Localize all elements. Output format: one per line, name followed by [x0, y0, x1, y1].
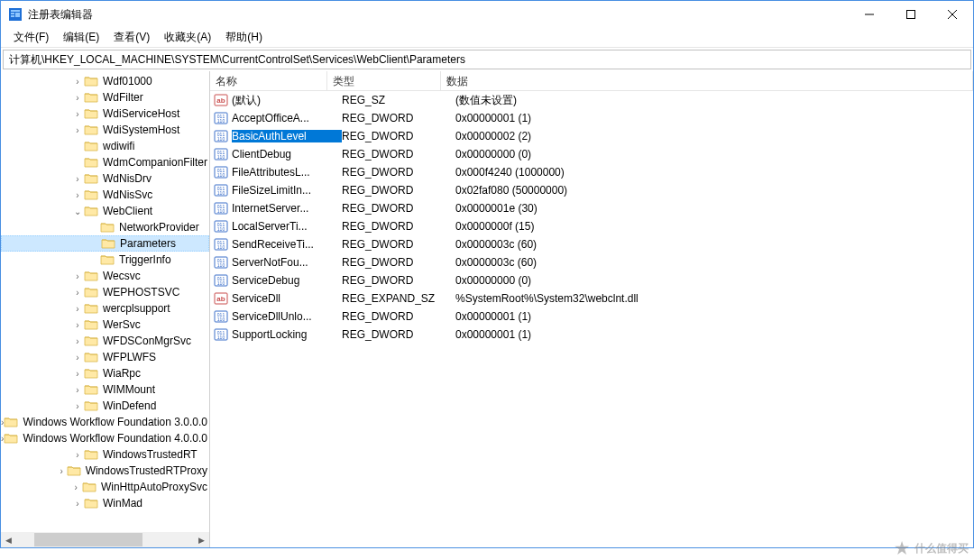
column-type[interactable]: 类型	[327, 71, 441, 90]
folder-icon	[84, 270, 98, 282]
chevron-right-icon[interactable]: ›	[71, 91, 84, 104]
content-area: ›Wdf01000›WdFilter›WdiServiceHost›WdiSys…	[1, 71, 973, 547]
tree-node-wdnisdrv[interactable]: ›WdNisDrv	[1, 170, 209, 187]
tree-node-windowstrustedrt[interactable]: ›WindowsTrustedRT	[1, 446, 209, 463]
chevron-right-icon[interactable]: ›	[71, 335, 84, 347]
value-row[interactable]: 011110BasicAuthLevelREG_DWORD0x00000002 …	[210, 127, 973, 145]
value-row[interactable]: 011110ClientDebugREG_DWORD0x00000000 (0)	[210, 145, 973, 163]
scroll-track[interactable]	[16, 532, 194, 547]
chevron-right-icon[interactable]: ›	[71, 448, 84, 461]
chevron-right-icon[interactable]: ›	[71, 497, 84, 510]
value-row[interactable]: 011110ServerNotFou...REG_DWORD0x0000003c…	[210, 253, 973, 271]
chevron-right-icon[interactable]: ›	[71, 75, 84, 87]
tree-node-wdmcompanionfilter[interactable]: WdmCompanionFilter	[1, 154, 209, 170]
value-row[interactable]: 011110SupportLockingREG_DWORD0x00000001 …	[210, 326, 973, 344]
value-row[interactable]: 011110ServiceDebugREG_DWORD0x00000000 (0…	[210, 271, 973, 289]
tree-node-windefend[interactable]: ›WinDefend	[1, 398, 209, 414]
value-row[interactable]: 011110FileAttributesL...REG_DWORD0x000f4…	[210, 163, 973, 181]
tree-node-wdfilter[interactable]: ›WdFilter	[1, 89, 209, 106]
value-type: REG_DWORD	[342, 328, 455, 341]
tree-label: wdiwifi	[101, 140, 136, 152]
value-row[interactable]: 011110AcceptOfficeA...REG_DWORD0x0000000…	[210, 109, 973, 127]
value-row[interactable]: abServiceDllREG_EXPAND_SZ%SystemRoot%\Sy…	[210, 289, 973, 308]
menu-view[interactable]: 查看(V)	[106, 28, 157, 47]
binary-value-icon: 011110	[214, 237, 228, 252]
binary-value-icon: 011110	[214, 129, 228, 143]
tree-node-wdiwifi[interactable]: wdiwifi	[1, 138, 209, 154]
value-data: 0x02faf080 (50000000)	[455, 184, 973, 197]
column-name[interactable]: 名称	[210, 71, 327, 90]
menu-favorites[interactable]: 收藏夹(A)	[157, 28, 218, 47]
tree-node-wephostsvc[interactable]: ›WEPHOSTSVC	[1, 284, 209, 300]
tree-node-wdisystemhost[interactable]: ›WdiSystemHost	[1, 122, 209, 138]
value-type: REG_DWORD	[342, 148, 455, 161]
scroll-left-button[interactable]: ◀	[1, 532, 16, 547]
value-data: 0x00000000 (0)	[455, 148, 973, 161]
values-list[interactable]: ab(默认)REG_SZ(数值未设置)011110AcceptOfficeA..…	[210, 91, 973, 547]
chevron-down-icon[interactable]: ⌄	[71, 205, 84, 217]
chevron-right-icon[interactable]: ›	[71, 124, 84, 136]
svg-text:110: 110	[217, 317, 225, 322]
svg-text:ab: ab	[216, 96, 225, 105]
chevron-right-icon[interactable]: ›	[57, 464, 67, 477]
tree-label: WinHttpAutoProxySvc	[99, 481, 209, 493]
value-name: ServiceDllUnlo...	[232, 310, 342, 323]
tree-node-windows-workflow-foundation-4-0-0-0[interactable]: ›Windows Workflow Foundation 4.0.0.0	[1, 430, 209, 446]
tree-node-wercplsupport[interactable]: ›wercplsupport	[1, 300, 209, 317]
folder-icon	[84, 188, 98, 201]
chevron-right-icon[interactable]: ›	[71, 107, 84, 120]
menu-file[interactable]: 文件(F)	[6, 28, 56, 47]
folder-icon	[84, 91, 98, 104]
tree-node-wiarpc[interactable]: ›WiaRpc	[1, 365, 209, 381]
scroll-thumb[interactable]	[34, 533, 142, 546]
value-row[interactable]: 011110FileSizeLimitIn...REG_DWORD0x02faf…	[210, 181, 973, 199]
value-row[interactable]: 011110ServiceDllUnlo...REG_DWORD0x000000…	[210, 308, 973, 326]
value-row[interactable]: 011110LocalServerTi...REG_DWORD0x0000000…	[210, 217, 973, 235]
tree-node-webclient[interactable]: ⌄WebClient	[1, 203, 209, 219]
tree-node-wersvc[interactable]: ›WerSvc	[1, 317, 209, 333]
tree-node-wfplwfs[interactable]: ›WFPLWFS	[1, 349, 209, 365]
chevron-right-icon[interactable]: ›	[71, 399, 84, 412]
menu-edit[interactable]: 编辑(E)	[56, 28, 106, 47]
minimize-button[interactable]	[849, 1, 890, 28]
tree-node-networkprovider[interactable]: NetworkProvider	[1, 219, 209, 235]
chevron-right-icon[interactable]: ›	[71, 302, 84, 315]
chevron-right-icon[interactable]: ›	[71, 318, 84, 331]
chevron-right-icon[interactable]: ›	[71, 188, 84, 201]
tree-node-wdiservicehost[interactable]: ›WdiServiceHost	[1, 106, 209, 122]
address-bar[interactable]: 计算机\HKEY_LOCAL_MACHINE\SYSTEM\CurrentCon…	[3, 50, 971, 69]
chevron-right-icon[interactable]: ›	[71, 286, 84, 298]
window: 注册表编辑器 文件(F) 编辑(E) 查看(V) 收藏夹(A) 帮助(H) 计算…	[0, 0, 974, 548]
tree-node-wdnissvc[interactable]: ›WdNisSvc	[1, 187, 209, 203]
value-row[interactable]: 011110SendReceiveTi...REG_DWORD0x0000003…	[210, 235, 973, 253]
column-data[interactable]: 数据	[441, 71, 973, 90]
tree-node-triggerinfo[interactable]: TriggerInfo	[1, 252, 209, 268]
value-type: REG_SZ	[342, 94, 455, 106]
chevron-right-icon[interactable]: ›	[71, 172, 84, 185]
scroll-right-button[interactable]: ▶	[194, 532, 209, 547]
tree-label: WinMad	[101, 497, 144, 510]
folder-icon	[84, 302, 98, 315]
tree-scroll[interactable]: ›Wdf01000›WdFilter›WdiServiceHost›WdiSys…	[1, 71, 209, 532]
chevron-right-icon[interactable]: ›	[69, 481, 82, 493]
tree-node-wecsvc[interactable]: ›Wecsvc	[1, 268, 209, 284]
chevron-right-icon[interactable]: ›	[71, 383, 84, 396]
value-row[interactable]: 011110InternetServer...REG_DWORD0x000000…	[210, 199, 973, 217]
tree-node-wfdsconmgrsvc[interactable]: ›WFDSConMgrSvc	[1, 333, 209, 349]
maximize-button[interactable]	[890, 1, 932, 28]
tree-node-winhttpautoproxysvc[interactable]: ›WinHttpAutoProxySvc	[1, 479, 209, 495]
tree-node-windows-workflow-foundation-3-0-0-0[interactable]: ›Windows Workflow Foundation 3.0.0.0	[1, 414, 209, 430]
tree-node-wdf01000[interactable]: ›Wdf01000	[1, 73, 209, 89]
chevron-right-icon[interactable]: ›	[71, 367, 84, 380]
close-button[interactable]	[932, 1, 973, 28]
chevron-right-icon[interactable]: ›	[71, 270, 84, 282]
tree-node-parameters[interactable]: Parameters	[1, 235, 209, 252]
chevron-right-icon[interactable]: ›	[71, 351, 84, 363]
tree-node-winmad[interactable]: ›WinMad	[1, 495, 209, 511]
tree-node-windowstrustedrtproxy[interactable]: ›WindowsTrustedRTProxy	[1, 463, 209, 479]
tree-node-wimmount[interactable]: ›WIMMount	[1, 381, 209, 398]
horizontal-scrollbar[interactable]: ◀ ▶	[1, 532, 209, 547]
value-row[interactable]: ab(默认)REG_SZ(数值未设置)	[210, 91, 973, 109]
svg-rect-2	[11, 13, 14, 14]
menu-help[interactable]: 帮助(H)	[218, 28, 270, 47]
